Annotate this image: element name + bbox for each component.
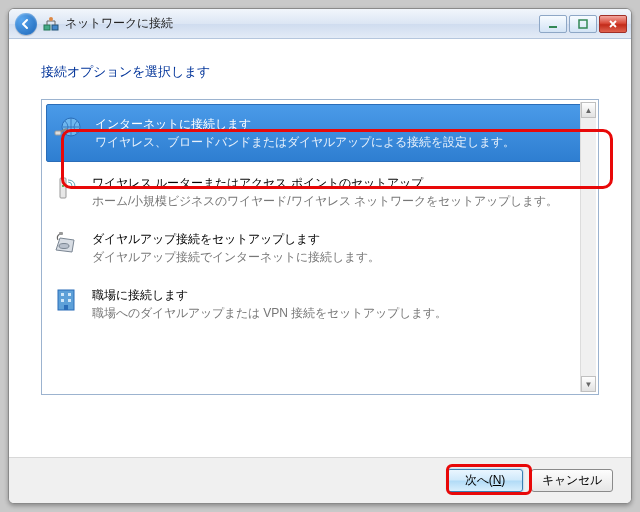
window-title: ネットワークに接続 [65, 15, 173, 32]
svg-rect-17 [68, 299, 71, 302]
option-title: ダイヤルアップ接続をセットアップします [92, 230, 380, 248]
svg-rect-4 [579, 20, 587, 28]
option-text: インターネットに接続します ワイヤレス、ブロードバンドまたはダイヤルアップによる… [95, 113, 515, 151]
modem-icon [50, 228, 82, 260]
router-icon [50, 172, 82, 204]
scroll-down-button[interactable]: ▼ [581, 376, 596, 392]
footer: 次へ(N) キャンセル [9, 457, 631, 503]
svg-rect-15 [68, 293, 71, 296]
instruction-text: 接続オプションを選択します [41, 63, 599, 81]
arrow-left-icon [20, 18, 32, 30]
option-internet[interactable]: インターネットに接続します ワイヤレス、ブロードバンドまたはダイヤルアップによる… [46, 104, 594, 162]
network-icon [43, 16, 59, 32]
next-button[interactable]: 次へ(N) [447, 469, 523, 492]
svg-point-10 [62, 185, 64, 187]
building-icon [50, 284, 82, 316]
content-area: 接続オプションを選択します インターネットに接続します ワイヤレス、ブロードバン… [9, 39, 631, 395]
svg-rect-6 [55, 131, 61, 135]
option-text: ダイヤルアップ接続をセットアップします ダイヤルアップ接続でインターネットに接続… [92, 228, 380, 266]
scroll-track[interactable] [581, 118, 596, 376]
svg-rect-16 [61, 299, 64, 302]
svg-rect-14 [61, 293, 64, 296]
option-workplace[interactable]: 職場に接続します 職場へのダイヤルアップまたは VPN 接続をセットアップします… [44, 276, 596, 332]
maximize-button[interactable] [569, 15, 597, 33]
option-desc: 職場へのダイヤルアップまたは VPN 接続をセットアップします。 [92, 304, 447, 322]
back-button[interactable] [15, 13, 37, 35]
wizard-window: ネットワークに接続 接続オプションを選択します インターネットに接続します ワイ… [8, 8, 632, 504]
close-icon [608, 19, 618, 29]
option-desc: ワイヤレス、ブロードバンドまたはダイヤルアップによる接続を設定します。 [95, 133, 515, 151]
svg-point-11 [59, 244, 69, 249]
option-text: 職場に接続します 職場へのダイヤルアップまたは VPN 接続をセットアップします… [92, 284, 447, 322]
scrollbar[interactable]: ▲ ▼ [580, 102, 596, 392]
option-dialup[interactable]: ダイヤルアップ接続をセットアップします ダイヤルアップ接続でインターネットに接続… [44, 220, 596, 276]
option-router[interactable]: ワイヤレス ルーターまたはアクセス ポイントのセットアップ ホーム/小規模ビジネ… [44, 164, 596, 220]
option-desc: ダイヤルアップ接続でインターネットに接続します。 [92, 248, 380, 266]
cancel-label: キャンセル [542, 472, 602, 489]
maximize-icon [578, 19, 588, 29]
svg-point-9 [62, 181, 64, 183]
titlebar: ネットワークに接続 [9, 9, 631, 39]
window-controls [539, 15, 627, 33]
scroll-up-button[interactable]: ▲ [581, 102, 596, 118]
globe-icon [53, 113, 85, 145]
minimize-button[interactable] [539, 15, 567, 33]
svg-rect-12 [59, 232, 63, 235]
next-label: 次へ(N) [465, 472, 506, 489]
close-button[interactable] [599, 15, 627, 33]
svg-rect-1 [52, 25, 58, 30]
minimize-icon [548, 19, 558, 29]
svg-point-2 [49, 17, 53, 21]
cancel-button[interactable]: キャンセル [531, 469, 613, 492]
option-title: 職場に接続します [92, 286, 447, 304]
option-title: インターネットに接続します [95, 115, 515, 133]
option-title: ワイヤレス ルーターまたはアクセス ポイントのセットアップ [92, 174, 558, 192]
option-text: ワイヤレス ルーターまたはアクセス ポイントのセットアップ ホーム/小規模ビジネ… [92, 172, 558, 210]
svg-rect-0 [44, 25, 50, 30]
svg-rect-18 [64, 305, 68, 310]
options-list: インターネットに接続します ワイヤレス、ブロードバンドまたはダイヤルアップによる… [41, 99, 599, 395]
svg-rect-3 [549, 26, 557, 28]
option-desc: ホーム/小規模ビジネスのワイヤード/ワイヤレス ネットワークをセットアップします… [92, 192, 558, 210]
